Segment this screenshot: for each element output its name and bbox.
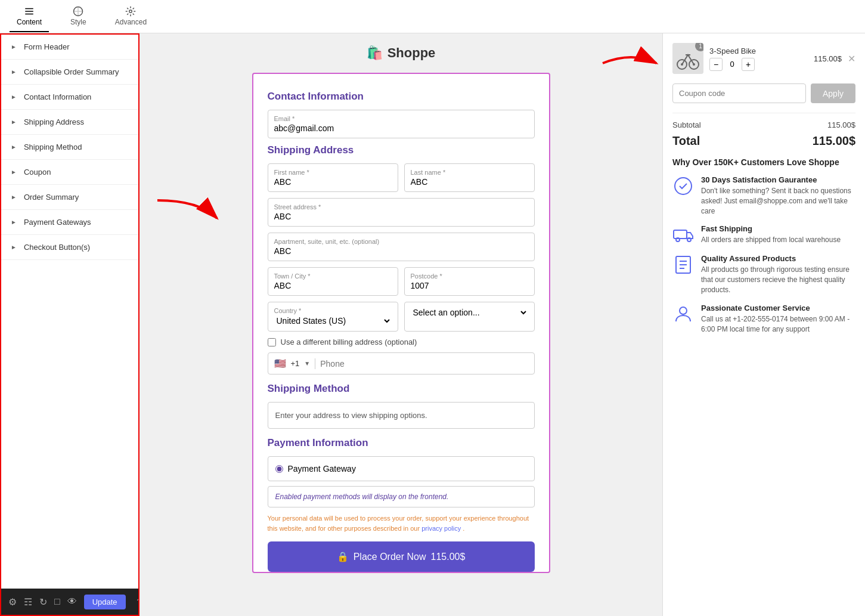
center-content: 🛍️ Shoppe Contact Information Email * Sh… [139, 33, 662, 616]
sidebar-item-label: Shipping Method [24, 143, 82, 151]
last-name-field[interactable]: Last name * [404, 163, 535, 192]
tab-advanced[interactable]: Advanced [108, 1, 154, 32]
trust-item-desc: Call us at +1-202-555-0174 between 9:00 … [701, 314, 855, 335]
email-label: Email * [274, 115, 528, 122]
subtotal-label: Subtotal [672, 120, 701, 129]
town-field[interactable]: Town / City * [268, 267, 398, 296]
sidebar-item-label: Contact Information [24, 92, 91, 101]
svg-point-8 [693, 63, 695, 66]
chevron-right-icon: ► [11, 144, 17, 150]
apply-coupon-button[interactable]: Apply [811, 83, 855, 103]
payment-radio[interactable] [275, 465, 283, 473]
chevron-right-icon: ► [11, 169, 17, 175]
trust-item-content: Quality Assured Products All products go… [701, 254, 855, 295]
settings-icon[interactable]: ⚙ [8, 596, 17, 608]
sidebar-item-checkout-buttons[interactable]: ► Checkout Button(s) [1, 235, 138, 260]
chevron-up-icon[interactable]: ⌃ [135, 597, 139, 606]
country-field[interactable]: Country * United States (US) [268, 302, 398, 332]
trust-item-title: Quality Assured Products [701, 254, 855, 263]
shipping-method-placeholder: Enter your address to view shipping opti… [268, 402, 535, 429]
chevron-down-icon[interactable]: ▼ [304, 360, 310, 367]
shipping-icon [672, 224, 694, 246]
street-input[interactable] [274, 212, 528, 221]
svg-point-17 [680, 307, 687, 314]
tab-content[interactable]: Content [10, 1, 49, 32]
trust-item-support: Passionate Customer Service Call us at +… [672, 304, 855, 335]
store-name: Shoppe [387, 45, 436, 61]
sidebar-item-label: Payment Gateways [24, 218, 91, 227]
sidebar-item-label: Checkout Button(s) [24, 243, 90, 252]
sidebar-item-label: Coupon [24, 168, 51, 177]
sidebar-item-coupon[interactable]: ► Coupon [1, 160, 138, 185]
town-label: Town / City * [274, 273, 392, 280]
product-price: 115.00$ [814, 54, 842, 63]
country-select[interactable]: United States (US) [274, 315, 392, 326]
chevron-right-icon: ► [11, 94, 17, 100]
billing-checkbox-row[interactable]: Use a different billing address (optiona… [268, 338, 535, 346]
postcode-input[interactable] [411, 281, 528, 290]
postcode-label: Postcode * [411, 273, 528, 280]
sidebar-item-form-header[interactable]: ► Form Header [1, 35, 138, 60]
last-name-input[interactable] [411, 177, 528, 187]
sidebar-item-shipping-method[interactable]: ► Shipping Method [1, 135, 138, 160]
guarantee-icon [672, 175, 694, 197]
state-field[interactable]: Select an option... [404, 302, 535, 332]
billing-checkbox[interactable] [268, 338, 276, 346]
town-input[interactable] [274, 281, 392, 290]
remove-product-button[interactable]: ✕ [848, 53, 855, 64]
layers-icon[interactable]: ☶ [24, 596, 32, 608]
first-name-input[interactable] [274, 177, 392, 187]
email-input[interactable] [274, 123, 528, 133]
sidebar-item-label: Order Summary [24, 193, 79, 202]
trust-item-desc: All orders are shipped from local wareho… [701, 235, 841, 245]
sidebar-item-shipping-address[interactable]: ► Shipping Address [1, 110, 138, 135]
apt-field[interactable]: Apartment, suite, unit, etc. (optional) [268, 233, 535, 261]
chevron-right-icon: ► [11, 119, 17, 125]
payment-gateway-option[interactable]: Payment Gateway [268, 456, 535, 481]
postcode-field[interactable]: Postcode * [404, 267, 535, 296]
eye-icon[interactable]: 👁 [67, 596, 77, 607]
billing-label: Use a different billing address (optiona… [281, 338, 417, 346]
chevron-right-icon: ► [11, 194, 17, 200]
sidebar-item-payment-gateways[interactable]: ► Payment Gateways [1, 210, 138, 235]
payment-gateway-label: Payment Gateway [288, 464, 356, 473]
product-info: 3-Speed Bike − 0 + [709, 47, 808, 71]
qty-decrease-button[interactable]: − [709, 58, 723, 71]
apt-input[interactable] [274, 246, 528, 256]
tab-style[interactable]: Style [63, 1, 94, 32]
street-label: Street address * [274, 203, 528, 211]
trust-item-title: Fast Shipping [701, 224, 841, 233]
product-name: 3-Speed Bike [709, 47, 808, 55]
country-state-row: Country * United States (US) Select an o… [268, 302, 535, 338]
phone-field[interactable]: 🇺🇸 +1 ▼ [268, 352, 535, 374]
bottom-toolbar: ⚙ ☶ ↻ □ 👁 Update ⌃ [1, 589, 138, 615]
store-icon: 🛍️ [367, 45, 383, 61]
svg-point-7 [681, 63, 683, 66]
phone-divider [315, 358, 315, 369]
trust-item-content: Fast Shipping All orders are shipped fro… [701, 224, 841, 245]
phone-input[interactable] [320, 359, 528, 369]
town-postcode-row: Town / City * Postcode * [268, 267, 535, 302]
coupon-input[interactable] [672, 83, 806, 103]
trust-heading: Why Over 150K+ Customers Love Shoppe [672, 157, 855, 167]
state-select[interactable]: Select an option... [411, 307, 528, 318]
responsive-icon[interactable]: □ [54, 596, 60, 607]
sidebar-item-collapsible-order[interactable]: ► Collapsible Order Summary [1, 60, 138, 85]
place-order-button[interactable]: 🔒 Place Order Now 115.00$ [268, 541, 535, 572]
history-icon[interactable]: ↻ [39, 596, 47, 608]
place-order-amount: 115.00$ [430, 552, 465, 562]
arrow-indicator-mid [151, 188, 229, 232]
street-field[interactable]: Street address * [268, 198, 535, 227]
update-button[interactable]: Update [84, 595, 126, 609]
total-value: 115.00$ [813, 134, 855, 148]
first-name-field[interactable]: First name * [268, 163, 398, 192]
privacy-policy-link[interactable]: privacy policy [421, 525, 461, 532]
svg-rect-10 [674, 230, 687, 239]
qty-increase-button[interactable]: + [742, 58, 755, 71]
phone-code: +1 [291, 359, 300, 368]
qty-controls: − 0 + [709, 58, 808, 71]
coupon-row: Apply [672, 83, 855, 103]
sidebar-item-order-summary[interactable]: ► Order Summary [1, 185, 138, 210]
email-field[interactable]: Email * [268, 110, 535, 138]
sidebar-item-contact-info[interactable]: ► Contact Information [1, 85, 138, 110]
